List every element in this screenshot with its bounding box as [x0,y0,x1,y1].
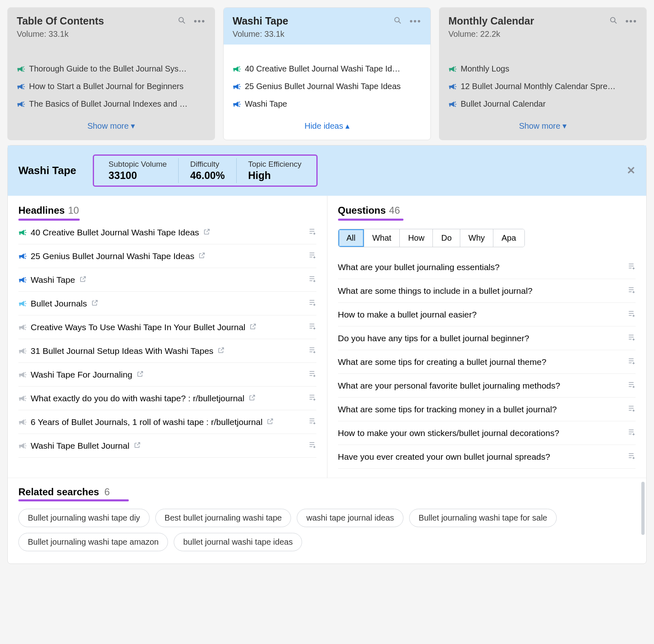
question-text: What are some tips for tracking money in… [338,405,624,414]
add-to-list-icon[interactable] [308,393,316,403]
add-to-list-icon[interactable] [308,275,316,285]
external-link-icon[interactable] [249,322,257,332]
headline-text: 6 Years of Bullet Journals, 1 roll of wa… [31,417,262,427]
topic-card[interactable]: Washi Tape ••• Volume: 33.1k 40 Creative… [223,7,431,140]
card-volume: Volume: 22.2k [448,29,637,39]
idea-item[interactable]: The Basics of Bullet Journal Indexes and… [17,95,206,113]
headline-row[interactable]: Washi Tape For Journaling [18,363,316,387]
headline-text: Bullet Journals [31,299,87,309]
external-link-icon[interactable] [203,228,211,237]
filter-apa[interactable]: Apa [493,229,524,247]
idea-item[interactable]: Washi Tape [233,95,421,113]
idea-item[interactable]: Monthly Logs [448,60,637,78]
add-to-list-icon[interactable] [627,262,636,272]
add-to-list-icon[interactable] [627,380,636,391]
question-row[interactable]: What are some tips for creating a bullet… [338,350,636,374]
related-search-chip[interactable]: washi tape journal ideas [297,509,403,527]
topic-card[interactable]: Table Of Contents ••• Volume: 33.1k Thor… [7,7,215,140]
card-toggle[interactable]: Hide ideas ▴ [224,113,430,140]
related-count: 6 [104,486,110,497]
metrics-highlight: Subtopic Volume33100Difficulty46.00%Topi… [93,154,318,187]
add-to-list-icon[interactable] [627,452,636,462]
question-row[interactable]: Have you ever created your own bullet jo… [338,445,636,469]
filter-what[interactable]: What [364,229,400,247]
idea-item[interactable]: Thorough Guide to the Bullet Journal Sys… [17,60,206,78]
close-icon[interactable]: ✕ [627,164,636,177]
search-icon[interactable] [177,16,186,27]
headline-text: 31 Bullet Journal Setup Ideas With Washi… [31,346,213,356]
add-to-list-icon[interactable] [308,251,316,261]
add-to-list-icon[interactable] [308,298,316,309]
headline-text: 40 Creative Bullet Journal Washi Tape Id… [31,228,199,237]
filter-why[interactable]: Why [460,229,493,247]
external-link-icon[interactable] [267,417,274,427]
more-icon[interactable]: ••• [194,16,206,27]
related-search-chip[interactable]: Best bullet journaling washi tape [155,509,291,527]
search-icon[interactable] [393,16,402,27]
headline-row[interactable]: Creative Ways To Use Washi Tape In Your … [18,315,316,339]
add-to-list-icon[interactable] [627,333,636,343]
topic-card[interactable]: Monthly Calendar ••• Volume: 22.2k Month… [439,7,647,140]
external-link-icon[interactable] [137,370,144,380]
question-row[interactable]: What are some tips for tracking money in… [338,398,636,421]
headline-row[interactable]: 6 Years of Bullet Journals, 1 roll of wa… [18,410,316,434]
filter-do[interactable]: Do [433,229,460,247]
external-link-icon[interactable] [249,394,256,403]
add-to-list-icon[interactable] [627,309,636,320]
external-link-icon[interactable] [91,299,99,309]
idea-item[interactable]: 25 Genius Bullet Journal Washi Tape Idea… [233,78,421,95]
question-text: Do you have any tips for a bullet journa… [338,333,624,343]
filter-all[interactable]: All [338,229,364,247]
idea-item[interactable]: 12 Bullet Journal Monthly Calendar Spre… [448,78,637,95]
headline-row[interactable]: 25 Genius Bullet Journal Washi Tape Idea… [18,244,316,268]
headline-text: What exactly do you do with washi tape? … [31,394,244,403]
more-icon[interactable]: ••• [625,16,637,27]
add-to-list-icon[interactable] [627,357,636,367]
headline-text: 25 Genius Bullet Journal Washi Tape Idea… [31,251,194,261]
external-link-icon[interactable] [134,441,141,451]
question-row[interactable]: What are some things to include in a bul… [338,279,636,303]
question-row[interactable]: What are your personal favorite bullet j… [338,374,636,398]
headline-row[interactable]: Washi Tape Bullet Journal [18,434,316,458]
svg-point-0 [179,17,184,22]
card-toggle[interactable]: Show more ▾ [439,113,646,140]
related-search-chip[interactable]: bullet journal washi tape ideas [174,533,302,551]
add-to-list-icon[interactable] [308,322,316,332]
add-to-list-icon[interactable] [308,417,316,427]
idea-item[interactable]: 40 Creative Bullet Journal Washi Tape Id… [233,60,421,78]
related-search-chip[interactable]: Bullet journaling washi tape amazon [18,533,168,551]
question-row[interactable]: How to make your own stickers/bullet jou… [338,421,636,445]
related-search-chip[interactable]: Bullet journaling washi tape diy [18,509,150,527]
underline-decoration [18,499,129,501]
headline-row[interactable]: Bullet Journals [18,292,316,315]
external-link-icon[interactable] [217,346,225,356]
card-toggle[interactable]: Show more ▾ [8,113,215,140]
add-to-list-icon[interactable] [308,346,316,356]
question-row[interactable]: How to make a bullet journal easier? [338,303,636,326]
add-to-list-icon[interactable] [627,286,636,296]
card-title: Monthly Calendar [448,15,609,27]
metric: Topic EfficiencyHigh [236,158,313,183]
scrollbar-thumb[interactable] [641,482,645,535]
headline-row[interactable]: 31 Bullet Journal Setup Ideas With Washi… [18,339,316,363]
external-link-icon[interactable] [198,251,206,261]
external-link-icon[interactable] [79,275,87,285]
headline-row[interactable]: What exactly do you do with washi tape? … [18,387,316,410]
related-title: Related searches [18,486,99,497]
more-icon[interactable]: ••• [410,16,421,27]
question-text: What are your personal favorite bullet j… [338,381,624,391]
search-icon[interactable] [609,16,618,27]
add-to-list-icon[interactable] [627,404,636,414]
headline-row[interactable]: Washi Tape [18,268,316,292]
idea-item[interactable]: Bullet Journal Calendar [448,95,637,113]
add-to-list-icon[interactable] [627,428,636,438]
idea-item[interactable]: How to Start a Bullet Journal for Beginn… [17,78,206,95]
question-row[interactable]: Do you have any tips for a bullet journa… [338,326,636,350]
headline-row[interactable]: 40 Creative Bullet Journal Washi Tape Id… [18,221,316,244]
add-to-list-icon[interactable] [308,227,316,237]
add-to-list-icon[interactable] [308,441,316,451]
question-row[interactable]: What are your bullet journaling essentia… [338,255,636,279]
add-to-list-icon[interactable] [308,369,316,380]
filter-how[interactable]: How [400,229,433,247]
related-search-chip[interactable]: Bullet journaling washi tape for sale [409,509,557,527]
